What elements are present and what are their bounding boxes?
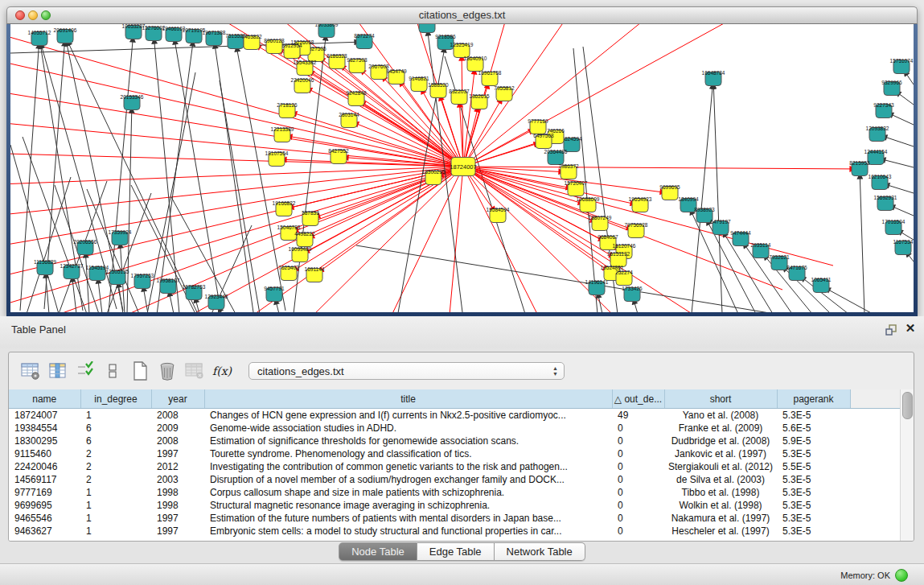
column-header-out_degree[interactable]: △ out_de...: [612, 389, 664, 409]
graph-edge[interactable]: [46, 277, 49, 312]
graph-node[interactable]: 2803144: [339, 112, 359, 128]
column-header-year[interactable]: year: [151, 389, 204, 409]
graph-edge[interactable]: [147, 72, 195, 312]
table-row[interactable]: 1938455462009Genome-wide association stu…: [9, 422, 901, 435]
graph-node[interactable]: 16033809: [315, 24, 339, 38]
graph-edge[interactable]: [449, 167, 463, 312]
table-row[interactable]: 946554611997Estimation of the future num…: [9, 512, 901, 525]
column-header-pagerank[interactable]: pagerank: [777, 389, 850, 409]
graph-node[interactable]: 17016504: [882, 219, 906, 235]
graph-node[interactable]: 19671388: [203, 30, 226, 46]
graph-node[interactable]: 17359924: [109, 229, 132, 245]
graph-node[interactable]: 8813054: [417, 24, 437, 33]
graph-node[interactable]: 1691144: [305, 266, 325, 282]
graph-node[interactable]: 587833: [302, 210, 319, 226]
graph-node[interactable]: 16099489: [289, 246, 312, 262]
graph-edge[interactable]: [216, 47, 253, 312]
graph-edge[interactable]: [170, 295, 174, 312]
graph-edge[interactable]: [144, 290, 148, 312]
graph-node[interactable]: 14055712: [28, 30, 51, 46]
graph-edge[interactable]: [363, 104, 463, 167]
graph-node[interactable]: 11156829: [34, 259, 56, 275]
graph-node[interactable]: 16961758: [478, 70, 502, 86]
graph-edge[interactable]: [322, 167, 463, 270]
graph-edge[interactable]: [906, 74, 914, 84]
function-builder-button[interactable]: f(x): [210, 359, 234, 383]
graph-node[interactable]: 16648784: [702, 70, 725, 86]
graph-node[interactable]: 2935114: [751, 242, 771, 258]
graph-node[interactable]: 20691406: [54, 27, 77, 43]
graph-edge[interactable]: [127, 112, 132, 312]
graph-node[interactable]: 1362615: [469, 93, 490, 109]
vertical-scrollbar[interactable]: [900, 389, 914, 541]
graph-edge[interactable]: [87, 189, 139, 312]
graph-edge[interactable]: [237, 51, 285, 311]
graph-node[interactable]: 1588520: [428, 82, 449, 98]
graph-edge[interactable]: [909, 255, 914, 262]
graph-node[interactable]: 9827508: [347, 57, 368, 73]
graph-node[interactable]: 20206556: [74, 239, 97, 255]
graph-edge[interactable]: [885, 137, 914, 146]
graph-node[interactable]: 7625402: [278, 265, 299, 281]
scrollbar-thumb[interactable]: [902, 392, 913, 419]
graph-edge[interactable]: [220, 80, 260, 312]
table-row[interactable]: 1456911722003Disruption of a novel membe…: [9, 473, 901, 486]
graph-edge[interactable]: [463, 167, 833, 266]
graph-node[interactable]: 12213389: [271, 126, 294, 142]
graph-node[interactable]: 14196141: [585, 279, 609, 295]
tab-edge-table[interactable]: Edge Table: [417, 542, 495, 561]
graph-node[interactable]: 9699695: [659, 184, 680, 200]
tab-network-table[interactable]: Network Table: [495, 542, 585, 561]
graph-node[interactable]: 8572274: [354, 33, 375, 49]
graph-node[interactable]: 8912954: [281, 43, 302, 59]
graph-node[interactable]: 8471676: [786, 265, 807, 281]
graph-node[interactable]: 2967608: [368, 64, 389, 80]
graph-edge[interactable]: [27, 177, 71, 312]
graph-edge[interactable]: [10, 121, 463, 167]
graph-node[interactable]: 8322037: [449, 89, 470, 105]
column-header-name[interactable]: name: [9, 389, 80, 409]
graph-node[interactable]: 252274: [615, 270, 633, 286]
graph-node[interactable]: 9777169: [528, 118, 548, 134]
table-row[interactable]: 946362711997Embryonic stem cells: a mode…: [9, 525, 901, 538]
graph-node[interactable]: 1065411: [811, 277, 832, 293]
graph-edge[interactable]: [889, 185, 914, 193]
table-row[interactable]: 2242004622012Investigating the contribut…: [9, 460, 901, 473]
graph-node[interactable]: 9457791: [264, 286, 285, 302]
graph-node[interactable]: 9329966: [881, 80, 902, 96]
graph-edge[interactable]: [463, 167, 851, 169]
graph-node[interactable]: 15692931: [874, 195, 897, 211]
network-window-titlebar[interactable]: citations_edges.txt: [6, 6, 918, 24]
graph-edge[interactable]: [463, 24, 654, 167]
column-header-short[interactable]: short: [664, 389, 777, 409]
zoom-window-button[interactable]: [41, 10, 51, 20]
graph-node[interactable]: 20153346: [121, 94, 144, 110]
graph-node[interactable]: 8186328: [326, 53, 347, 69]
network-canvas[interactable]: 1405571220691406106532871527600219466163…: [10, 24, 914, 312]
graph-node[interactable]: 16210643: [869, 174, 892, 190]
graph-node[interactable]: 7986372: [558, 163, 579, 179]
graph-node[interactable]: 9146821: [409, 76, 429, 92]
graph-node[interactable]: 18107554: [265, 150, 289, 167]
graph-node[interactable]: 1167534: [893, 239, 914, 255]
graph-node[interactable]: 79756928: [625, 222, 648, 238]
graph-node[interactable]: 18640910: [464, 56, 487, 72]
graph-node[interactable]: 19166822: [273, 200, 296, 216]
graph-node[interactable]: 6497568: [533, 133, 554, 149]
graph-node[interactable]: 8454749: [386, 68, 407, 84]
table-row[interactable]: 977716911998Corpus callosum shape and si…: [9, 486, 901, 499]
graph-node[interactable]: 18807249: [589, 215, 612, 231]
table-row[interactable]: 911546021997Tourette syndrome. Phenomeno…: [9, 447, 901, 460]
graph-node[interactable]: 8215953: [849, 160, 870, 176]
tab-node-table[interactable]: Node Table: [339, 542, 417, 561]
graph-edge[interactable]: [892, 115, 914, 125]
close-panel-button[interactable]: ✕: [903, 321, 918, 336]
graph-node[interactable]: 9474444: [730, 230, 751, 246]
graph-node[interactable]: 9227343: [873, 102, 894, 118]
graph-edge[interactable]: [893, 207, 914, 216]
graph-node[interactable]: 15720407: [565, 180, 588, 196]
graph-node[interactable]: 10688609: [577, 196, 600, 212]
graph-node[interactable]: 16782753: [183, 284, 206, 300]
column-header-in_degree[interactable]: in_degree: [80, 389, 151, 409]
graph-node[interactable]: 16543382: [294, 60, 317, 76]
